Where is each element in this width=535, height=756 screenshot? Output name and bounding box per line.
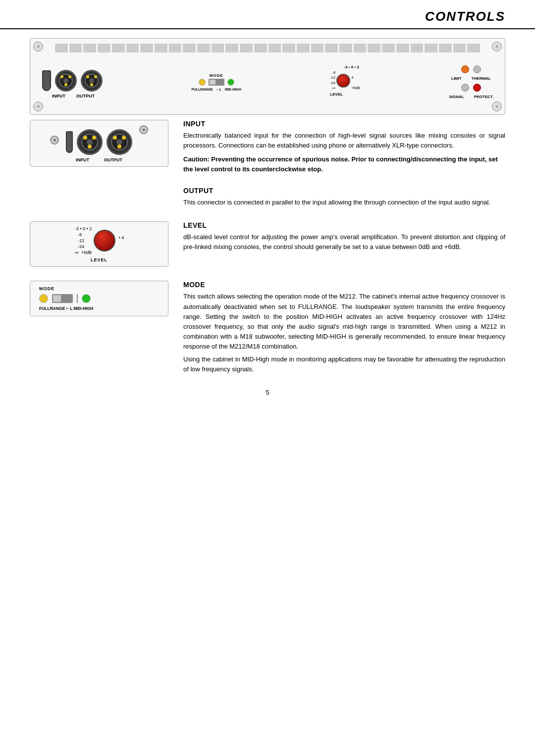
level-heading: LEVEL (183, 221, 505, 229)
mode-diag-dot-yellow (39, 294, 48, 303)
level-diagram-col: -3 • 0 • 2 -6 -12 -24 -∞ +6dB • 4 (30, 221, 168, 267)
screw-bottom-left (33, 101, 43, 111)
xlr-output (81, 70, 103, 92)
mode-body1: This switch allows selecting the operati… (183, 292, 505, 352)
connector-row (42, 70, 103, 92)
small-xlr-output (107, 129, 132, 155)
level-row: -3 • 0 • 2 -6 -12 -24 -∞ +6dB • 4 (30, 221, 505, 267)
small-phone-jack (66, 131, 73, 153)
level-scale-ticks-right: 4 +6dB (351, 70, 360, 91)
mode-diag-row (39, 294, 91, 303)
xlr-pin-3 (64, 83, 67, 86)
level-control-row: -6 -12 -24 -∞ 4 +6dB (330, 70, 360, 91)
level-body: dB-scaled level control for adjusting th… (183, 232, 505, 252)
level-panel-main: -3 • 0 • 2 -6 -12 -24 -∞ 4 +6dB LEVEL (330, 65, 360, 97)
mode-sublabels: FULLRANGE ⌐ L MID-HIGH (192, 88, 241, 91)
level-knob-diag[interactable] (94, 230, 115, 252)
connector-labels: INPUT OUTPUT (52, 94, 95, 99)
level-diag-inner: -3 • 0 • 2 -6 -12 -24 -∞ +6dB • 4 (74, 226, 124, 256)
small-out-pin-1 (113, 136, 117, 140)
main-connectors-panel: INPUT OUTPUT (42, 70, 103, 99)
output-body: This connector is connected in parallel … (183, 198, 505, 207)
input-diagram-col: ✛ (30, 120, 168, 207)
input-output-row: ✛ (30, 120, 505, 207)
small-pin-2 (92, 136, 96, 140)
level-scale-right: • 4 (117, 229, 124, 253)
mode-diag-bottom-labels: FULLRANGE ⌐ L MID-HIGH (39, 305, 159, 311)
mode-dash: ⌐ L (215, 88, 223, 91)
mode-switch (209, 79, 224, 86)
signal-label: SIGNAL (449, 95, 464, 99)
fullrange-label-main: FULLRANGE (192, 88, 213, 91)
limit-label: LIMIT (451, 76, 462, 81)
level-label-main-text: LEVEL (330, 92, 343, 97)
input-small-diagram: ✛ (30, 120, 168, 167)
screw-bottom-right (492, 101, 502, 111)
mode-diag-label: MODE (39, 286, 54, 291)
small-conn-labels: INPUT OUTPUT (76, 157, 122, 162)
mode-space: L (70, 306, 72, 311)
mode-label-main: MODE (210, 73, 223, 78)
led-labels-top: LIMIT THERMAL (451, 76, 491, 81)
xlr-out-pin-1 (86, 75, 89, 78)
level-scale-left: -3 • 0 • 2 -6 -12 -24 -∞ +6dB (74, 226, 92, 256)
xlr-pin-2 (68, 75, 71, 78)
mode-heading: MODE (183, 281, 505, 289)
thermal-led (473, 65, 481, 73)
mode-diag-dot-green (82, 294, 91, 303)
mode-toggle (210, 80, 215, 85)
xlr-out-pin-2 (94, 75, 97, 78)
level-scale-ticks: -6 -12 -24 -∞ (330, 70, 335, 91)
small-output-label: OUTPUT (104, 157, 122, 162)
small-pin-1 (83, 136, 87, 140)
midhigh-label-main: MID-HIGH (225, 88, 241, 91)
xlr-input (55, 70, 77, 92)
phone-conn-row: ✛ (50, 136, 59, 145)
mode-body2: Using the cabinet in MID-High mode in mo… (183, 354, 505, 374)
xlr-out-pin-3 (90, 83, 93, 86)
fullrange-diag-label: FULLRANGE (39, 306, 65, 311)
screw-top-right (492, 42, 502, 51)
input-label-main: INPUT (52, 94, 65, 99)
xlr-center-hole (63, 78, 68, 83)
page-title: CONTROLS (425, 9, 505, 24)
midhigh-diag-label: MID-HIGH (73, 306, 93, 311)
small-pin-3 (88, 145, 92, 149)
mode-small-diagram: MODE FULLRANGE ⌐ L MID-HIGH (30, 281, 168, 316)
mode-row: MODE FULLRANGE ⌐ L MID-HIGH (30, 281, 505, 374)
level-label-diag: LEVEL (91, 257, 107, 262)
phone-jack (42, 70, 51, 91)
small-screw-tl: ✛ (50, 136, 59, 145)
small-conn-area: ✛ (50, 125, 148, 155)
output-label-main: OUTPUT (76, 94, 95, 99)
page-number-value: 5 (266, 389, 269, 396)
signal-led (461, 84, 469, 92)
small-xlr-row (66, 129, 132, 155)
main-hardware-diagram: INPUT OUTPUT MODE FULLRANGE ⌐ L MID-HIGH… (30, 38, 505, 115)
screw-top-left (33, 42, 43, 51)
input-caution: Caution: Preventing the occurrence of sp… (183, 154, 505, 174)
level-knob-main[interactable] (336, 74, 350, 88)
mode-diag-switch (52, 294, 73, 303)
mode-diagram-col: MODE FULLRANGE ⌐ L MID-HIGH (30, 281, 168, 374)
input-body: Electronically balanced input for the co… (183, 131, 505, 151)
led-row-bottom (461, 84, 481, 92)
page-number: 5 (0, 389, 535, 406)
protect-label: PROTECT (474, 95, 493, 99)
small-xlr-input (77, 129, 103, 155)
led-labels-bottom: SIGNAL PROTECT (449, 95, 493, 99)
mode-led-yellow (199, 79, 206, 86)
level-text-col: LEVEL dB-scaled level control for adjust… (183, 221, 505, 267)
mode-led-green (227, 79, 234, 86)
vent-slots-top (55, 44, 480, 52)
small-out-pin-2 (122, 136, 126, 140)
mode-text-col: MODE This switch allows selecting the op… (183, 281, 505, 374)
limit-led (461, 65, 469, 73)
phone-plug-group: ✛ (50, 136, 59, 145)
output-heading: OUTPUT (183, 187, 505, 195)
mode-controls (199, 79, 234, 86)
xlr-pin-1 (60, 75, 63, 78)
level-scale-header: -3 • 0 • 2 (330, 65, 359, 69)
page-title-section: CONTROLS (0, 0, 535, 29)
mode-bracket: ⌐ (66, 305, 69, 311)
